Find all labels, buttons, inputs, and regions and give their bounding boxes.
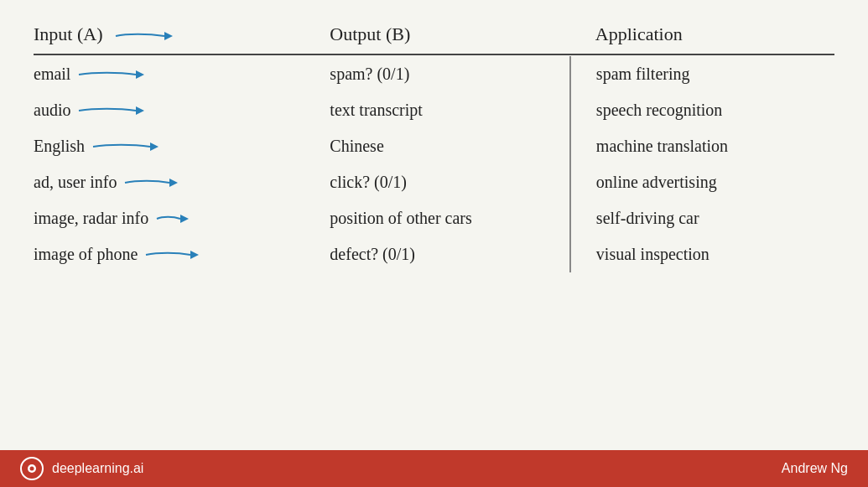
table-row: image, radar infoposition of other carss… [34,200,834,236]
application-cell: speech recognition [570,92,834,128]
table-wrapper: Input (A) Output (B) Application emailsp… [34,17,834,442]
svg-marker-3 [150,142,159,151]
application-cell: visual inspection [570,236,834,272]
input-text: audio [34,101,70,120]
arrow-icon [123,174,185,192]
table-row: EnglishChinesemachine translation [34,128,834,164]
svg-marker-2 [136,106,144,115]
application-cell: self-driving car [570,200,834,236]
application-cell: online advertising [570,164,834,200]
arrow-icon [77,101,151,120]
application-cell: machine translation [570,128,834,164]
svg-marker-0 [164,32,173,40]
output-cell: Chinese [330,128,570,164]
main-content: Input (A) Output (B) Application emailsp… [0,0,868,450]
input-cell: ad, user info [34,164,330,200]
header-input: Input (A) [34,17,330,54]
output-cell: click? (0/1) [330,164,570,200]
author-label: Andrew Ng [782,461,848,476]
input-cell: audio [34,92,330,128]
table-row: audiotext transcriptspeech recognition [34,92,834,128]
main-table: Input (A) Output (B) Application emailsp… [34,17,834,272]
svg-marker-4 [169,179,178,187]
table-row: emailspam? (0/1)spam filtering [34,56,834,92]
brand-label: deeplearning.ai [52,461,143,476]
output-cell: defect? (0/1) [330,236,570,272]
svg-marker-1 [136,70,144,79]
arrow-icon [155,210,195,228]
input-text: image, radar info [34,209,148,228]
input-text: English [34,137,85,156]
footer: deeplearning.ai Andrew Ng [0,450,868,487]
arrow-icon [144,246,205,264]
svg-marker-6 [190,251,199,259]
input-cell: email [34,56,330,92]
input-cell: image of phone [34,236,330,272]
header-output: Output (B) [330,17,570,54]
application-cell: spam filtering [570,56,834,92]
table-row: ad, user infoclick? (0/1)online advertis… [34,164,834,200]
output-cell: spam? (0/1) [330,56,570,92]
header-row: Input (A) Output (B) Application [34,17,834,54]
input-cell: image, radar info [34,200,330,236]
header-application: Application [570,17,834,54]
deeplearning-logo-icon [20,457,44,480]
svg-point-9 [30,467,34,471]
footer-left: deeplearning.ai [20,457,143,480]
svg-marker-5 [180,215,189,223]
input-cell: English [34,128,330,164]
input-text: image of phone [34,245,138,264]
table-row: image of phonedefect? (0/1)visual inspec… [34,236,834,272]
arrow-icon [77,65,151,84]
arrow-icon [91,137,165,156]
output-cell: position of other cars [330,200,570,236]
input-text: ad, user info [34,173,117,192]
input-text: email [34,65,70,84]
output-cell: text transcript [330,92,570,128]
